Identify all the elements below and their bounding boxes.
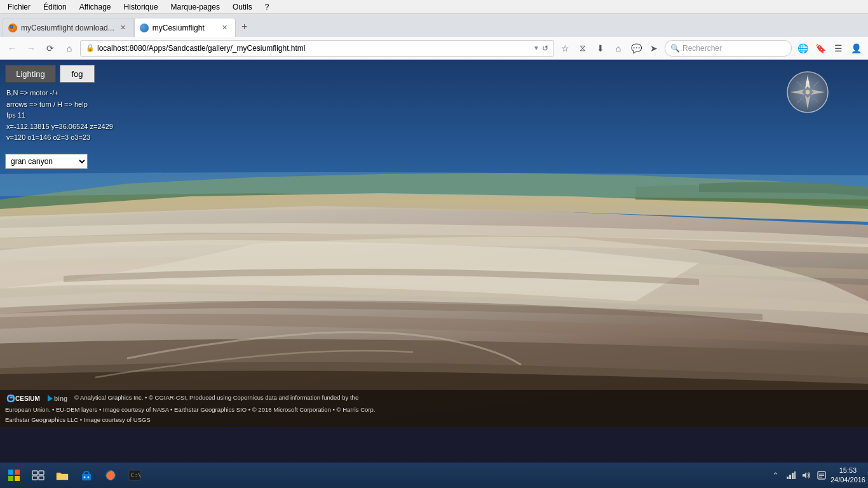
- task-view-button[interactable]: [27, 464, 50, 487]
- firefox-icon: [104, 469, 117, 482]
- network-status-icon: [786, 471, 796, 480]
- menu-help[interactable]: ?: [262, 1, 272, 13]
- svg-rect-29: [789, 475, 791, 479]
- chevron-up-tray-icon[interactable]: ⌃: [770, 469, 782, 482]
- svg-text:C:\>: C:\>: [131, 472, 141, 478]
- menu-icon[interactable]: ☰: [830, 40, 846, 57]
- location-select[interactable]: gran canyon yosemite mount fuji: [5, 154, 88, 169]
- chat-icon[interactable]: 💬: [628, 40, 644, 57]
- compass-rose[interactable]: N: [785, 70, 830, 114]
- terminal-button[interactable]: C:\>: [123, 464, 146, 487]
- attribution-row-2: European Union. • EU-DEM layers • Image …: [5, 405, 863, 414]
- bing-logo-svg: bing: [44, 393, 71, 404]
- svg-rect-16: [8, 476, 13, 481]
- svg-text:bing: bing: [54, 395, 67, 402]
- tab-cesiumflight-download[interactable]: myCesiumflight download... ✕: [3, 18, 134, 37]
- new-tab-button[interactable]: +: [236, 18, 254, 36]
- svg-point-24: [88, 477, 90, 478]
- svg-text:CESIUM: CESIUM: [15, 395, 40, 402]
- menu-edition[interactable]: Édition: [41, 1, 69, 13]
- windows-logo-icon: [8, 469, 20, 482]
- system-tray: ⌃ 15:53 24/0: [770, 466, 865, 485]
- tab-bar: myCesiumflight download... ✕ myCesiumfli…: [0, 14, 868, 37]
- task-view-icon: [32, 470, 44, 480]
- account-icon[interactable]: 👤: [848, 40, 864, 57]
- terrain-svg: [0, 60, 868, 427]
- lighting-button[interactable]: Lighting: [5, 65, 56, 83]
- svg-rect-18: [32, 471, 37, 475]
- clock-display[interactable]: 15:53 24/04/2016: [831, 466, 865, 485]
- volume-status-icon: [801, 471, 811, 480]
- file-explorer-button[interactable]: [51, 464, 74, 487]
- store-button[interactable]: [75, 464, 98, 487]
- svg-rect-19: [39, 471, 44, 475]
- svg-rect-21: [39, 476, 44, 480]
- search-box[interactable]: 🔍 Rechercher: [665, 40, 792, 57]
- svg-rect-28: [787, 477, 789, 479]
- cesium-viewer[interactable]: Lighting fog B,N => motor -/+ arrows => …: [0, 60, 868, 427]
- menu-affichage[interactable]: Affichage: [77, 1, 114, 13]
- home-button[interactable]: ⌂: [61, 40, 78, 57]
- lock-icon: 🔒: [86, 44, 95, 52]
- menu-bar: Fichier Édition Affichage Historique Mar…: [0, 0, 868, 14]
- forward-button[interactable]: →: [23, 40, 39, 57]
- tab-cesiumflight-active[interactable]: myCesiumflight ✕: [134, 18, 236, 37]
- attribution-bar: CESIUM bing © Analytical Graphics Inc. •…: [0, 390, 868, 428]
- share-icon[interactable]: ➤: [646, 40, 662, 57]
- bookmark-icon[interactable]: ☆: [557, 40, 573, 57]
- refresh-button[interactable]: ⟳: [42, 40, 58, 57]
- terminal-icon: C:\>: [128, 470, 141, 481]
- attribution-row-3: Earthstar Geographics LLC • Image courte…: [5, 416, 863, 424]
- download-icon[interactable]: ⬇: [592, 40, 609, 57]
- menu-fichier[interactable]: Fichier: [5, 1, 33, 13]
- svg-rect-15: [15, 470, 20, 475]
- address-text: localhost:8080/Apps/Sandcastle/gallery/_…: [97, 44, 533, 53]
- windows-start-button[interactable]: [3, 464, 25, 487]
- volume-icon[interactable]: [800, 469, 813, 482]
- fog-button[interactable]: fog: [60, 65, 95, 83]
- back-button[interactable]: ←: [4, 40, 20, 57]
- network-icon[interactable]: [785, 469, 797, 482]
- tab1-label: myCesiumflight download...: [21, 24, 114, 32]
- clock-time: 15:53: [839, 466, 857, 475]
- svg-rect-30: [792, 473, 794, 479]
- clock-date: 24/04/2016: [831, 475, 865, 485]
- firefox-button[interactable]: [99, 464, 122, 487]
- address-refresh-icon[interactable]: ↺: [542, 44, 548, 53]
- svg-rect-22: [82, 474, 91, 480]
- menu-marquepages[interactable]: Marque-pages: [168, 1, 222, 13]
- file-explorer-icon: [56, 470, 69, 481]
- search-placeholder: Rechercher: [682, 44, 722, 53]
- cesium-logo-svg: CESIUM: [5, 393, 40, 404]
- history-icon[interactable]: ⧖: [574, 40, 591, 57]
- svg-text:N: N: [806, 79, 810, 85]
- attribution-text-2: European Union. • EU-DEM layers • Image …: [5, 405, 375, 414]
- svg-rect-31: [794, 471, 796, 479]
- tab2-close-button[interactable]: ✕: [220, 23, 230, 33]
- taskbar: C:\> ⌃: [0, 463, 868, 488]
- search-icon: 🔍: [670, 44, 680, 53]
- tab2-icon: [140, 24, 149, 32]
- tab1-icon: [8, 24, 17, 32]
- svg-rect-20: [32, 476, 37, 480]
- toolbar-icons: ☆ ⧖ ⬇ ⌂ 💬 ➤: [557, 40, 662, 57]
- attribution-text-1: © Analytical Graphics Inc. • © CGIAR-CSI…: [74, 393, 358, 402]
- store-icon: [80, 469, 93, 482]
- svg-point-23: [84, 477, 86, 478]
- bookmarks-panel-icon[interactable]: 🔖: [812, 40, 829, 57]
- svg-rect-14: [8, 470, 13, 475]
- menu-outils[interactable]: Outils: [230, 1, 255, 13]
- extra-toolbar-icons: 🌐 🔖 ☰ 👤: [794, 40, 864, 57]
- address-input[interactable]: 🔒 localhost:8080/Apps/Sandcastle/gallery…: [80, 40, 554, 57]
- attribution-text-3: Earthstar Geographics LLC • Image courte…: [5, 416, 151, 424]
- tab2-label: myCesiumflight: [153, 24, 205, 32]
- translate-icon[interactable]: 🌐: [794, 40, 811, 57]
- address-bar: ← → ⟳ ⌂ 🔒 localhost:8080/Apps/Sandcastle…: [0, 37, 868, 60]
- attribution-row-1: CESIUM bing © Analytical Graphics Inc. •…: [5, 393, 863, 404]
- home-nav-icon[interactable]: ⌂: [610, 40, 627, 57]
- tab1-close-button[interactable]: ✕: [118, 23, 128, 33]
- address-dropdown-icon[interactable]: ▼: [533, 44, 539, 51]
- menu-historique[interactable]: Historique: [121, 1, 161, 13]
- action-center-icon[interactable]: [815, 469, 828, 482]
- svg-point-6: [805, 90, 810, 95]
